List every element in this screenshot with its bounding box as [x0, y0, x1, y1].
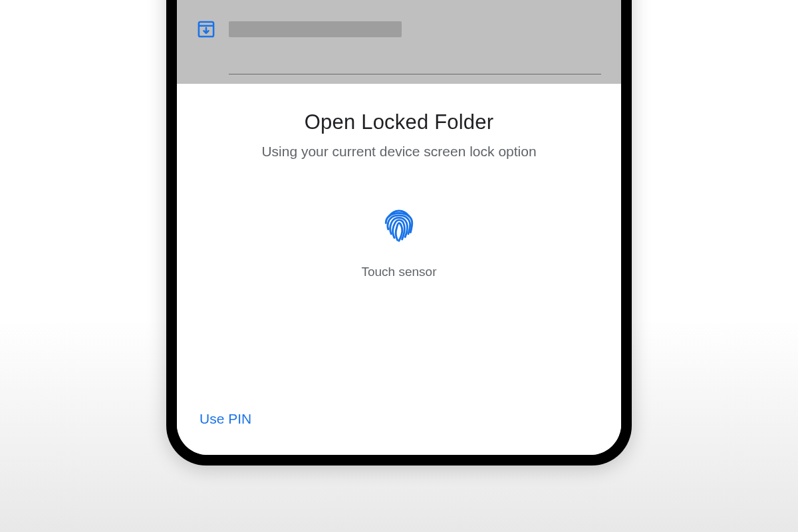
top-bar-content [197, 20, 601, 39]
divider-line [229, 74, 601, 74]
loading-placeholder-bar [229, 21, 402, 37]
dimmed-background-bar [177, 0, 621, 84]
touch-sensor-label: Touch sensor [361, 265, 436, 279]
dialog-subtitle: Using your current device screen lock op… [198, 144, 600, 160]
phone-screen: Open Locked Folder Using your current de… [177, 0, 621, 455]
archive-download-icon [197, 20, 215, 39]
unlock-dialog: Open Locked Folder Using your current de… [177, 84, 621, 455]
phone-frame: Open Locked Folder Using your current de… [166, 0, 632, 466]
fingerprint-section: Touch sensor [198, 206, 600, 279]
dialog-title: Open Locked Folder [198, 110, 600, 134]
use-pin-button[interactable]: Use PIN [197, 407, 254, 431]
fingerprint-icon[interactable] [380, 206, 418, 245]
